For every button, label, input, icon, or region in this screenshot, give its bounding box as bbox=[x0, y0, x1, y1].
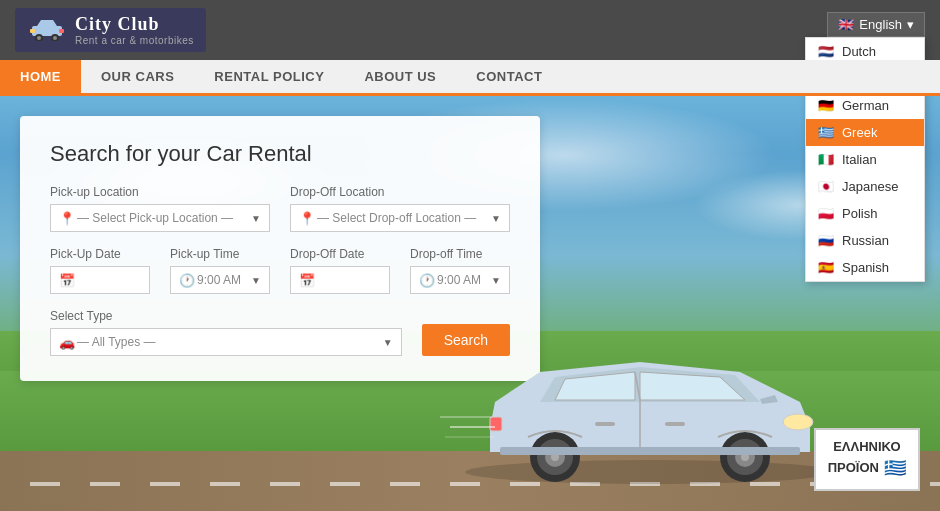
greek-badge-line1: ΕΛΛΗΝΙΚΟ bbox=[828, 438, 906, 456]
pickup-date-group: Pick-Up Date 📅 bbox=[50, 247, 150, 294]
language-button[interactable]: 🇬🇧 English ▾ bbox=[827, 12, 925, 37]
navigation: HOMEOUR CARSRENTAL POLICYABOUT USCONTACT bbox=[0, 60, 940, 96]
header: City Club Rent a car & motorbikes 🇬🇧 Eng… bbox=[0, 0, 940, 60]
dropoff-clock-icon: 🕐 bbox=[419, 273, 435, 288]
dropoff-location-group: Drop-Off Location 📍 — Select Drop-off Lo… bbox=[290, 185, 510, 232]
svg-point-4 bbox=[53, 36, 57, 40]
lang-item-italian[interactable]: 🇮🇹Italian bbox=[806, 146, 924, 173]
nav-item-contact[interactable]: CONTACT bbox=[456, 60, 562, 93]
pickup-location-wrapper: 📍 — Select Pick-up Location — ▼ bbox=[50, 204, 270, 232]
greek-badge-line2: ΠΡΟΪΟΝ 🇬🇷 bbox=[828, 456, 906, 481]
nav-item-rental-policy[interactable]: RENTAL POLICY bbox=[194, 60, 344, 93]
pickup-location-select[interactable]: — Select Pick-up Location — bbox=[51, 205, 269, 231]
lang-label-german: German bbox=[842, 98, 889, 113]
pickup-date-wrapper: 📅 bbox=[50, 266, 150, 294]
pickup-time-wrapper: 🕐 8:00 AM9:00 AM10:00 AM11:00 AM12:00 PM… bbox=[170, 266, 270, 294]
clock-icon: 🕐 bbox=[179, 273, 195, 288]
location-row: Pick-up Location 📍 — Select Pick-up Loca… bbox=[50, 185, 510, 232]
dropoff-date-group: Drop-Off Date 📅 bbox=[290, 247, 390, 294]
greek-product-badge: ΕΛΛΗΝΙΚΟ ΠΡΟΪΟΝ 🇬🇷 bbox=[814, 428, 920, 491]
svg-rect-11 bbox=[665, 422, 685, 426]
flag-russian: 🇷🇺 bbox=[818, 233, 834, 248]
nav-item-about-us[interactable]: ABOUT US bbox=[344, 60, 456, 93]
svg-rect-6 bbox=[59, 29, 64, 33]
flag-dutch: 🇳🇱 bbox=[818, 44, 834, 59]
dropoff-date-label: Drop-Off Date bbox=[290, 247, 390, 261]
lang-label-russian: Russian bbox=[842, 233, 889, 248]
datetime-row: Pick-Up Date 📅 Pick-up Time 🕐 8:00 AM9:0… bbox=[50, 247, 510, 294]
logo-text: City Club Rent a car & motorbikes bbox=[75, 14, 194, 46]
select-type-group: Select Type 🚗 — All Types — ▼ bbox=[50, 309, 402, 356]
svg-rect-0 bbox=[32, 26, 62, 36]
logo-car-icon bbox=[27, 16, 67, 45]
svg-point-7 bbox=[465, 460, 835, 484]
dropoff-location-select[interactable]: — Select Drop-off Location — bbox=[291, 205, 509, 231]
lang-label-polish: Polish bbox=[842, 206, 877, 221]
lang-label-japanese: Japanese bbox=[842, 179, 898, 194]
nav-item-home[interactable]: HOME bbox=[0, 60, 81, 93]
lang-label-spanish: Spanish bbox=[842, 260, 889, 275]
logo-title: City Club bbox=[75, 14, 194, 35]
logo[interactable]: City Club Rent a car & motorbikes bbox=[15, 8, 206, 52]
dropoff-calendar-icon: 📅 bbox=[299, 273, 315, 288]
svg-point-2 bbox=[37, 36, 41, 40]
dropoff-location-wrapper: 📍 — Select Drop-off Location — ▼ bbox=[290, 204, 510, 232]
logo-subtitle: Rent a car & motorbikes bbox=[75, 35, 194, 46]
pickup-date-label: Pick-Up Date bbox=[50, 247, 150, 261]
svg-rect-22 bbox=[500, 447, 800, 455]
dropoff-time-wrapper: 🕐 8:00 AM9:00 AM10:00 AM11:00 AM12:00 PM… bbox=[410, 266, 510, 294]
flag-greek: 🇬🇷 bbox=[818, 125, 834, 140]
nav-item-our-cars[interactable]: OUR CARS bbox=[81, 60, 194, 93]
lang-item-spanish[interactable]: 🇪🇸Spanish bbox=[806, 254, 924, 281]
pickup-location-group: Pick-up Location 📍 — Select Pick-up Loca… bbox=[50, 185, 270, 232]
car-image bbox=[440, 307, 860, 511]
lang-label-dutch: Dutch bbox=[842, 44, 876, 59]
select-type-wrapper: 🚗 — All Types — ▼ bbox=[50, 328, 402, 356]
language-dropdown-area[interactable]: 🇬🇧 English ▾ 🇳🇱Dutch🇫🇷French🇩🇪German🇬🇷Gr… bbox=[827, 0, 925, 37]
chevron-down-icon: ▾ bbox=[907, 17, 914, 32]
lang-item-german[interactable]: 🇩🇪German bbox=[806, 92, 924, 119]
flag-japanese: 🇯🇵 bbox=[818, 179, 834, 194]
lang-item-greek[interactable]: 🇬🇷Greek bbox=[806, 119, 924, 146]
flag-german: 🇩🇪 bbox=[818, 98, 834, 113]
svg-rect-13 bbox=[490, 417, 502, 431]
current-flag: 🇬🇧 bbox=[838, 17, 854, 32]
flag-polish: 🇵🇱 bbox=[818, 206, 834, 221]
lang-item-japanese[interactable]: 🇯🇵Japanese bbox=[806, 173, 924, 200]
location-pin-icon: 📍 bbox=[59, 211, 75, 226]
dropoff-date-wrapper: 📅 bbox=[290, 266, 390, 294]
calendar-icon: 📅 bbox=[59, 273, 75, 288]
search-title: Search for your Car Rental bbox=[50, 141, 510, 167]
pickup-location-label: Pick-up Location bbox=[50, 185, 270, 199]
flag-spanish: 🇪🇸 bbox=[818, 260, 834, 275]
select-type-select[interactable]: — All Types — bbox=[51, 329, 401, 355]
svg-rect-5 bbox=[30, 29, 35, 33]
pickup-time-label: Pick-up Time bbox=[170, 247, 270, 261]
dropoff-location-label: Drop-Off Location bbox=[290, 185, 510, 199]
pickup-time-group: Pick-up Time 🕐 8:00 AM9:00 AM10:00 AM11:… bbox=[170, 247, 270, 294]
lang-label-greek: Greek bbox=[842, 125, 877, 140]
lang-item-russian[interactable]: 🇷🇺Russian bbox=[806, 227, 924, 254]
lang-item-polish[interactable]: 🇵🇱Polish bbox=[806, 200, 924, 227]
svg-rect-10 bbox=[595, 422, 615, 426]
dropoff-pin-icon: 📍 bbox=[299, 211, 315, 226]
lang-label-italian: Italian bbox=[842, 152, 877, 167]
flag-italian: 🇮🇹 bbox=[818, 152, 834, 167]
car-type-icon: 🚗 bbox=[59, 335, 75, 350]
dropoff-time-label: Drop-off Time bbox=[410, 247, 510, 261]
select-type-label: Select Type bbox=[50, 309, 402, 323]
current-language: English bbox=[859, 17, 902, 32]
svg-point-12 bbox=[783, 414, 813, 430]
dropoff-time-group: Drop-off Time 🕐 8:00 AM9:00 AM10:00 AM11… bbox=[410, 247, 510, 294]
